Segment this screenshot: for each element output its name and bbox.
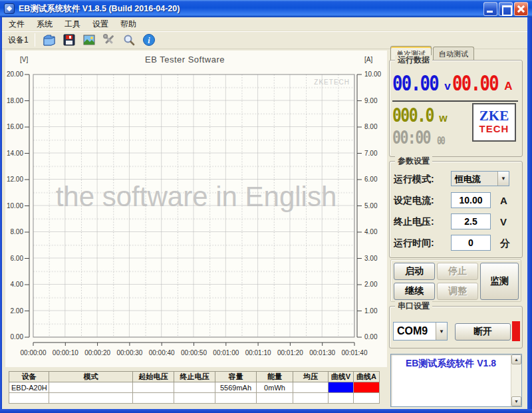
mode-select[interactable]: 恒电流 ▼ xyxy=(451,171,509,186)
cutoff-voltage-field[interactable] xyxy=(451,213,491,229)
chevron-down-icon[interactable]: ▼ xyxy=(436,323,447,340)
table-header-cell: 模式 xyxy=(49,372,133,382)
table-header-cell: 容量 xyxy=(215,372,257,382)
maximize-button[interactable] xyxy=(499,2,513,16)
scroll-up-icon[interactable]: ▲ xyxy=(511,354,521,364)
run-time-unit: 分 xyxy=(500,237,510,250)
search-icon[interactable] xyxy=(122,33,136,47)
table-header-cell: 曲线A xyxy=(354,372,380,382)
y-axis-label: 4.00 xyxy=(5,280,23,289)
set-current-label: 设定电流: xyxy=(394,195,434,207)
table-header-cell: 设备 xyxy=(9,372,49,382)
log-scrollbar[interactable]: ▲ ▼ xyxy=(511,354,521,406)
serial-group: 串口设置 COM9 ▼ 断开 xyxy=(389,306,523,348)
power-unit: w xyxy=(439,112,447,124)
tab-auto-test[interactable]: 自动测试 xyxy=(433,47,474,61)
device-selector[interactable]: 设备1 xyxy=(3,32,33,49)
y-axis-label: 20.00 xyxy=(5,70,23,78)
tools-icon[interactable] xyxy=(102,33,116,47)
y-axis-label: 10.00 xyxy=(364,70,387,78)
y-axis-label: 16.00 xyxy=(5,122,23,131)
mode-label: 运行模式: xyxy=(394,174,434,186)
log-listbox[interactable]: EB测试系统软件 V1.8 ▲ ▼ xyxy=(390,354,522,407)
curve-v-cell xyxy=(329,382,354,393)
table-row[interactable]: EBD-A20H5569mAh0mWh xyxy=(9,382,380,393)
table-cell xyxy=(49,393,133,404)
table-cell xyxy=(354,393,380,404)
menu-settings[interactable]: 设置 xyxy=(86,17,114,31)
menu-tools[interactable]: 工具 xyxy=(59,17,86,31)
title-bar: EB测试系统软件 V1.8.5 (Build 2016-04-20) xyxy=(0,0,532,17)
time-display: 00:00 xyxy=(392,128,430,146)
voltage-unit: v xyxy=(444,80,450,93)
power-display: 000.0 xyxy=(392,106,434,125)
serial-label: 串口设置 xyxy=(395,301,432,311)
x-axis-label: 00:01:40 xyxy=(336,348,373,357)
table-header-row: 设备模式起始电压终止电压容量能量均压曲线V曲线A xyxy=(9,372,380,382)
display-divider xyxy=(392,100,518,102)
close-button[interactable] xyxy=(514,2,528,16)
scroll-down-icon[interactable]: ▼ xyxy=(511,396,521,406)
y-axis-label: 6.00 xyxy=(5,254,23,263)
start-button[interactable]: 启动 xyxy=(394,263,435,280)
control-panel: 单次测试 自动测试 运行数据 00.00 v 00.00 A 000.0 w 0… xyxy=(389,47,527,409)
menu-file[interactable]: 文件 xyxy=(3,17,31,31)
logo-line2: TECH xyxy=(473,123,515,135)
table-cell xyxy=(174,393,215,404)
chevron-down-icon[interactable]: ▼ xyxy=(497,172,509,186)
adjust-button[interactable]: 调整 xyxy=(437,283,478,300)
y-axis-label: 9.00 xyxy=(364,96,387,105)
table-cell xyxy=(9,393,49,404)
table-cell xyxy=(293,382,329,393)
com-port-select[interactable]: COM9 ▼ xyxy=(393,322,448,341)
params-label: 参数设置 xyxy=(395,156,432,166)
table-header-cell: 均压 xyxy=(293,372,329,382)
current-display: 00.00 xyxy=(452,72,498,94)
y-axis-label: 2.00 xyxy=(5,307,23,315)
y-axis-label: 18.00 xyxy=(5,96,23,105)
table-cell xyxy=(257,393,293,404)
y-axis-label: 8.00 xyxy=(5,227,23,236)
menu-system[interactable]: 系统 xyxy=(31,17,59,31)
cutoff-voltage-label: 终止电压: xyxy=(394,216,434,228)
window-border xyxy=(0,17,2,413)
y-axis-label: 4.00 xyxy=(364,227,387,236)
app-window: EB测试系统软件 V1.8.5 (Build 2016-04-20) 文件 系统… xyxy=(0,0,532,413)
menu-bar: 文件 系统 工具 设置 帮助 xyxy=(0,17,532,31)
table-row[interactable] xyxy=(9,393,380,404)
watermark-overlay: the software in English xyxy=(5,181,387,213)
curve-a-cell xyxy=(354,382,380,393)
connection-indicator xyxy=(512,321,520,341)
mode-value: 恒电流 xyxy=(452,172,497,186)
save-icon[interactable] xyxy=(62,33,76,47)
logo-line1: ZKE xyxy=(473,108,515,123)
table-header-cell: 起始电压 xyxy=(133,372,174,382)
y-axis-label: 14.00 xyxy=(5,149,23,158)
table-header-cell: 终止电压 xyxy=(174,372,215,382)
y-axis-label: 2.00 xyxy=(364,280,387,289)
table-cell xyxy=(133,393,174,404)
window-title: EB测试系统软件 V1.8.5 (Build 2016-04-20) xyxy=(19,3,180,15)
image-icon[interactable] xyxy=(82,33,96,47)
folder-icon[interactable] xyxy=(42,33,57,47)
menu-help[interactable]: 帮助 xyxy=(114,17,142,31)
toolbar-separator xyxy=(35,33,35,47)
y-axis-label: 10.00 xyxy=(5,202,23,210)
set-current-unit: A xyxy=(500,195,507,206)
monitor-button[interactable]: 监测 xyxy=(480,263,519,300)
y-axis-label: 5.00 xyxy=(364,202,387,210)
resume-button[interactable]: 继续 xyxy=(394,283,435,300)
minimize-button[interactable] xyxy=(483,2,497,16)
table-cell xyxy=(215,393,257,404)
table-cell xyxy=(293,393,329,404)
stop-button[interactable]: 停止 xyxy=(437,263,478,280)
run-time-field[interactable] xyxy=(451,235,491,251)
y-axis-label: 7.00 xyxy=(364,149,387,158)
info-icon[interactable]: i xyxy=(142,33,156,47)
y-axis-label: 6.00 xyxy=(364,175,387,184)
run-data-label: 运行数据 xyxy=(395,55,432,65)
disconnect-button[interactable]: 断开 xyxy=(455,323,511,341)
table-cell xyxy=(329,393,354,404)
chart-area: EB Tester Software [V] [A] ZKETECH the s… xyxy=(5,51,387,367)
set-current-field[interactable] xyxy=(451,192,491,208)
